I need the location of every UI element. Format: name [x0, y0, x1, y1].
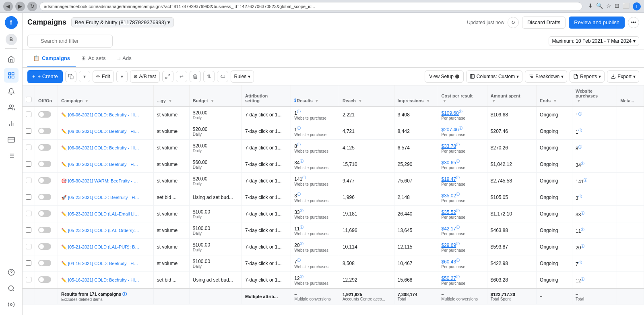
- th-strategy[interactable]: ...gy ▼: [153, 85, 189, 107]
- campaign-toggle[interactable]: [38, 144, 51, 151]
- review-publish-button[interactable]: Review and publish: [569, 17, 625, 29]
- cost-per-result-link[interactable]: $30.65: [442, 160, 456, 166]
- cost-per-result-link[interactable]: $109.68: [442, 110, 459, 116]
- th-meta[interactable]: Meta...: [617, 85, 644, 107]
- tab-campaigns[interactable]: 📋 Campaigns: [27, 50, 76, 67]
- campaign-toggle[interactable]: [38, 128, 51, 134]
- tag-button[interactable]: 🏷: [217, 71, 228, 82]
- campaign-name[interactable]: [05-21-2021] COLD (LAL-PUR): Beefruity -…: [68, 245, 140, 249]
- create-button[interactable]: + + Create: [27, 70, 63, 83]
- th-attribution[interactable]: Attributionsetting: [242, 85, 291, 107]
- row-checkbox[interactable]: [26, 145, 31, 150]
- row-checkbox[interactable]: [26, 194, 31, 200]
- account-selector[interactable]: Bee Fruity & Nutty (811787929376993) ▾: [71, 17, 174, 27]
- row-checkbox[interactable]: [26, 211, 31, 216]
- result-info-icon[interactable]: ⓘ: [297, 110, 301, 114]
- cost-info-icon[interactable]: ⓘ: [456, 225, 460, 229]
- other-action-button[interactable]: ⇅: [203, 71, 215, 82]
- result-info-icon[interactable]: ⓘ: [297, 126, 301, 130]
- wp-info-icon[interactable]: ⓘ: [581, 162, 584, 166]
- cost-info-icon[interactable]: ⓘ: [459, 110, 462, 114]
- campaign-toggle[interactable]: [38, 276, 51, 283]
- cost-per-result-link[interactable]: $60.43: [442, 259, 456, 265]
- wp-info-icon[interactable]: ⓘ: [581, 228, 584, 232]
- campaign-name[interactable]: [05-23-2021] COLD (LAL-Email List): Beef…: [68, 211, 140, 216]
- cost-info-icon[interactable]: ⓘ: [456, 176, 460, 180]
- sidebar-icon-chart[interactable]: [4, 116, 19, 131]
- cost-per-result-link[interactable]: $35.02: [442, 193, 456, 199]
- th-website-purchases[interactable]: Websitepurchases ▼: [572, 85, 617, 107]
- th-reach[interactable]: Reach ▼: [339, 85, 394, 107]
- reload-button[interactable]: ↻: [27, 2, 37, 11]
- wp-info-icon[interactable]: ⓘ: [581, 277, 584, 281]
- row-checkbox[interactable]: [26, 128, 31, 134]
- move-button[interactable]: [162, 71, 173, 82]
- row-checkbox[interactable]: [26, 161, 31, 167]
- th-amount-spent[interactable]: Amount spent ▼: [487, 85, 536, 107]
- campaign-name[interactable]: [05-30-2021] COLD: Beefruity - Homepage …: [68, 162, 140, 167]
- edit-button[interactable]: ✏ Edit: [93, 70, 114, 83]
- undo-button[interactable]: ↩: [176, 71, 187, 82]
- campaign-toggle[interactable]: [38, 210, 51, 217]
- cost-per-result-link[interactable]: $33.78: [442, 143, 456, 149]
- duplicate-button[interactable]: [65, 71, 76, 82]
- sidebar-icon-settings[interactable]: [4, 297, 19, 312]
- wp-info-icon[interactable]: ⓘ: [578, 261, 582, 265]
- cost-info-icon[interactable]: ⓘ: [459, 126, 462, 130]
- result-info-icon[interactable]: ⓘ: [302, 176, 306, 180]
- sidebar-icon-search[interactable]: [4, 281, 19, 296]
- back-button[interactable]: ◀: [3, 2, 13, 11]
- sidebar-icon-campaigns[interactable]: [4, 68, 19, 83]
- wp-info-icon[interactable]: ⓘ: [578, 128, 582, 133]
- extensions-icon[interactable]: ⊞: [615, 2, 619, 10]
- sidebar-icon-people[interactable]: [4, 100, 19, 115]
- refresh-button[interactable]: ↻: [508, 17, 519, 28]
- th-cost-per-result[interactable]: Cost per result ▼: [438, 85, 487, 107]
- columns-button[interactable]: Columns: Custom ▾: [466, 70, 522, 83]
- discard-drafts-button[interactable]: Discard Drafts: [522, 17, 566, 29]
- sidebar-icon-notifications[interactable]: [4, 84, 19, 99]
- campaign-name[interactable]: [06-06-2021] COLD: Beefruity - Hibiscus …: [68, 129, 140, 134]
- wp-info-icon[interactable]: ⓘ: [578, 112, 582, 116]
- wp-info-icon[interactable]: ⓘ: [581, 244, 584, 248]
- sidebar-icon-list[interactable]: [4, 149, 19, 163]
- th-impressions[interactable]: Impressions ▼: [394, 85, 438, 107]
- result-info-icon[interactable]: ⓘ: [300, 159, 303, 163]
- result-info-icon[interactable]: ⓘ: [300, 209, 303, 213]
- tab-adsets[interactable]: ⊞ Ad sets: [76, 50, 111, 67]
- campaign-toggle[interactable]: [38, 260, 51, 266]
- campaign-name[interactable]: [06-06-2021] COLD: Beefruity - Hibiscus …: [68, 145, 140, 150]
- th-budget[interactable]: Budget ▼: [189, 85, 242, 107]
- cost-per-result-link[interactable]: $29.69: [442, 242, 456, 248]
- row-checkbox[interactable]: [26, 112, 31, 117]
- cost-info-icon[interactable]: ⓘ: [456, 258, 460, 262]
- more-options-button[interactable]: •••: [628, 17, 639, 28]
- campaign-toggle[interactable]: [38, 161, 51, 167]
- cost-info-icon[interactable]: ⓘ: [456, 159, 460, 163]
- th-onoff[interactable]: Off/On: [35, 85, 58, 107]
- th-campaign[interactable]: Campaign▼: [58, 85, 153, 107]
- delete-button[interactable]: [190, 71, 201, 82]
- search-icon[interactable]: 🔍: [596, 2, 603, 10]
- result-info-icon[interactable]: ⓘ: [297, 258, 301, 262]
- campaign-name[interactable]: [04-16-2021] COLD: Beefruity - Homepage …: [68, 261, 140, 266]
- cost-info-icon[interactable]: ⓘ: [456, 275, 460, 279]
- result-info-icon[interactable]: ⓘ: [300, 225, 303, 229]
- rules-button[interactable]: Rules ▾: [231, 70, 254, 83]
- cost-info-icon[interactable]: ⓘ: [456, 192, 460, 196]
- tab-ads[interactable]: □ Ads: [111, 50, 137, 67]
- cost-per-result-link[interactable]: $35.52: [442, 209, 456, 215]
- campaign-name[interactable]: [06-06-2021] COLD: Beefruity - Hibiscus …: [68, 112, 140, 117]
- export-button[interactable]: Export ▾: [607, 70, 639, 83]
- result-info-icon[interactable]: ⓘ: [300, 242, 303, 246]
- campaign-name[interactable]: [05-16-2021] COLD: Beefruity - Hibiscus …: [68, 278, 140, 282]
- result-info-icon[interactable]: ⓘ: [297, 143, 301, 147]
- campaign-toggle[interactable]: [38, 243, 51, 250]
- row-checkbox[interactable]: [26, 178, 31, 183]
- user-avatar[interactable]: B: [6, 34, 17, 45]
- campaign-toggle[interactable]: [38, 177, 51, 184]
- date-range-picker[interactable]: Maximum: 10 Feb 2021 - 7 Mar 2024 ▾: [549, 36, 639, 46]
- tab-icon[interactable]: ⬜: [623, 2, 630, 10]
- sidebar-icon-help[interactable]: [4, 265, 19, 280]
- campaign-name[interactable]: [05-23-2021] COLD (LAL-Orders): Beefruit…: [68, 228, 140, 233]
